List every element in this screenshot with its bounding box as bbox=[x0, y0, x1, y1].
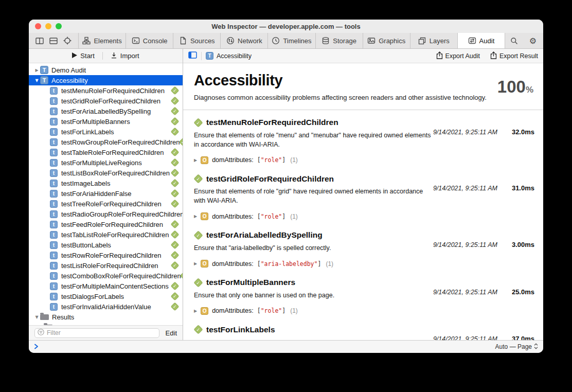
tree-item-testcomboboxroleforrequiredchildren[interactable]: ttestComboBoxRoleForRequiredChildren✓ bbox=[29, 271, 183, 281]
dom-attributes-row[interactable]: ▶OdomAttributes:["role"](1) bbox=[194, 211, 537, 222]
chevron-right-icon[interactable]: ▶ bbox=[194, 261, 197, 266]
dom-attributes-label: domAttributes: bbox=[212, 213, 254, 220]
layers-icon bbox=[418, 37, 426, 45]
dom-attributes-row[interactable]: ▶OdomAttributes:["role"](1) bbox=[194, 306, 537, 316]
tree-item-testforinvalidariahiddenvalue[interactable]: ttestForInvalidAriaHiddenValue✓ bbox=[29, 301, 183, 312]
pass-check-icon: ✓ bbox=[171, 282, 180, 291]
test-case-icon: t bbox=[50, 87, 58, 95]
zoom-button[interactable] bbox=[56, 23, 62, 29]
dom-attributes-label: domAttributes: bbox=[212, 260, 254, 268]
filter-input[interactable]: Filter bbox=[34, 328, 159, 338]
tree-item-testformultiplemaincontentsections[interactable]: ttestForMultipleMainContentSections✓ bbox=[29, 281, 183, 291]
tree-item-testfeedroleforrequiredchildren[interactable]: ttestFeedRoleForRequiredChildren✓ bbox=[29, 219, 183, 229]
dom-attributes-value: ["role"] bbox=[257, 156, 285, 164]
export-audit-button[interactable]: Export Audit bbox=[436, 51, 480, 61]
statusbar: Auto — Page bbox=[29, 340, 543, 353]
storage-icon bbox=[321, 37, 330, 45]
tree-item-label: testListBoxRoleForRequiredChildren bbox=[61, 169, 170, 177]
folder-icon bbox=[40, 314, 49, 320]
settings-button[interactable]: ⚙ bbox=[523, 33, 543, 48]
tree-item-testbuttonlabels[interactable]: ttestButtonLabels✓ bbox=[29, 240, 183, 250]
tab-audit[interactable]: Audit bbox=[458, 33, 505, 48]
pass-check-icon: ✓ bbox=[171, 107, 180, 116]
result-duration: 31.0ms bbox=[497, 184, 534, 192]
result-description: Ensure that elements of role "grid" have… bbox=[194, 187, 432, 206]
tab-storage[interactable]: Storage bbox=[316, 33, 363, 48]
tree-item-testgridroleforrequiredchildren[interactable]: ttestGridRoleForRequiredChildren✓ bbox=[29, 96, 183, 106]
pass-check-icon: ✓ bbox=[171, 128, 180, 136]
tab-graphics[interactable]: Graphics bbox=[363, 33, 410, 48]
audit-result-scroll[interactable]: Accessibility Diagnoses common accessibi… bbox=[183, 63, 543, 340]
score-unit: % bbox=[526, 85, 533, 95]
tree-item-testforarialabelledbyspelling[interactable]: ttestForAriaLabelledBySpelling✓ bbox=[29, 106, 183, 116]
hierarchy-icon bbox=[82, 37, 91, 45]
pass-check-icon: ✓ bbox=[193, 174, 203, 184]
inspector-tabbar: ElementsConsoleSourcesNetworkTimelinesSt… bbox=[29, 33, 543, 49]
tree-item-testrowgrouproleforrequiredchildren[interactable]: ttestRowGroupRoleForRequiredChildren✓ bbox=[29, 137, 183, 147]
object-badge-icon: O bbox=[201, 156, 208, 164]
chevron-right-icon[interactable]: ▶ bbox=[194, 309, 197, 313]
tree-item-label: testTableRoleForRequiredChildren bbox=[61, 149, 164, 156]
import-button[interactable]: Import bbox=[103, 49, 147, 63]
tree-item-testdialogsforlabels[interactable]: ttestDialogsForLabels✓ bbox=[29, 291, 183, 301]
tree-item-testimagelabels[interactable]: ttestImageLabels✓ bbox=[29, 178, 183, 188]
tree-item-demo-audit[interactable]: ▶TDemo Audit bbox=[29, 65, 183, 75]
edit-button[interactable]: Edit bbox=[166, 329, 177, 337]
tab-timelines[interactable]: Timelines bbox=[268, 33, 315, 48]
tab-console[interactable]: Console bbox=[126, 33, 173, 48]
result-title-row: ✓testForAriaLabelledBySpelling bbox=[194, 230, 537, 241]
dom-attributes-row[interactable]: ▶OdomAttributes:["role"](1) bbox=[194, 155, 537, 165]
tree-item-results[interactable]: ▼Results bbox=[29, 312, 183, 322]
tree-item-testrowroleforrequiredchildren[interactable]: ttestRowRoleForRequiredChildren✓ bbox=[29, 250, 183, 260]
play-icon bbox=[72, 52, 77, 60]
tree-item-testforariahiddenfalse[interactable]: ttestForAriaHiddenFalse✓ bbox=[29, 188, 183, 199]
filter-bar: Filter Edit bbox=[29, 325, 183, 340]
results-list: ✓testMenuRoleForRequiredChildren9/14/202… bbox=[183, 110, 543, 337]
result-title: testGridRoleForRequiredChildren bbox=[206, 174, 334, 184]
page-selector[interactable]: Auto — Page bbox=[495, 343, 538, 351]
tree-item-testmenuroleforrequiredchildren[interactable]: ttestMenuRoleForRequiredChildren✓ bbox=[29, 85, 183, 96]
tree-item-testforlinklabels[interactable]: ttestForLinkLabels✓ bbox=[29, 127, 183, 137]
test-suite-icon: T bbox=[40, 66, 48, 74]
sidebar-toggle-button[interactable] bbox=[188, 51, 197, 60]
tab-layers[interactable]: Layers bbox=[410, 33, 458, 48]
pass-check-icon: ✓ bbox=[171, 251, 180, 260]
start-button[interactable]: Start bbox=[64, 49, 102, 63]
console-prompt-icon[interactable] bbox=[34, 342, 39, 351]
tab-sources[interactable]: Sources bbox=[173, 33, 221, 48]
element-picker-icon[interactable] bbox=[63, 37, 72, 45]
traffic-lights bbox=[35, 23, 62, 29]
dom-attributes-row[interactable]: ▶OdomAttributes:["aria-labeledby"](1) bbox=[194, 259, 537, 269]
pass-check-icon: ✓ bbox=[171, 220, 180, 229]
close-button[interactable] bbox=[35, 23, 41, 29]
breadcrumb[interactable]: T Accessibility bbox=[206, 52, 252, 60]
gear-icon: ⚙ bbox=[529, 36, 537, 46]
tree-item-testlistboxroleforrequiredchildren[interactable]: ttestListBoxRoleForRequiredChildren✓ bbox=[29, 168, 183, 178]
minimize-button[interactable] bbox=[45, 23, 51, 29]
test-suite-icon: T bbox=[40, 76, 48, 84]
search-button[interactable] bbox=[505, 33, 523, 48]
tree-item-testformultiplebanners[interactable]: ttestForMultipleBanners✓ bbox=[29, 116, 183, 127]
split-horizontal-icon[interactable] bbox=[49, 37, 58, 45]
chevron-down-icon[interactable]: ▼ bbox=[33, 78, 40, 83]
audit-sidebar: Start Import ▶TDemo Audit▼TAccessibility… bbox=[29, 49, 183, 340]
export-result-button[interactable]: Export Result bbox=[490, 51, 538, 61]
tree-item-testformultipleliveregions[interactable]: ttestForMultipleLiveRegions✓ bbox=[29, 157, 183, 168]
tree-item-testtablistroleforrequiredchildren[interactable]: ttestTabListRoleForRequiredChildren✓ bbox=[29, 229, 183, 240]
test-case-icon: t bbox=[50, 303, 58, 311]
tree-item-testradiogrouproleforrequiredchildren[interactable]: ttestRadioGroupRoleForRequiredChildren✓ bbox=[29, 209, 183, 219]
chevron-down-icon[interactable]: ▼ bbox=[33, 315, 40, 319]
tree-item-testtreeroleforrequiredchildren[interactable]: ttestTreeRoleForRequiredChildren✓ bbox=[29, 199, 183, 209]
chevron-right-icon[interactable]: ▶ bbox=[194, 158, 197, 163]
tree-item-testtableroleforrequiredchildren[interactable]: ttestTableRoleForRequiredChildren✓ bbox=[29, 147, 183, 157]
tab-network[interactable]: Network bbox=[221, 33, 268, 48]
tree-item-label: testRadioGroupRoleForRequiredChildren bbox=[61, 210, 183, 218]
test-case-icon: t bbox=[50, 272, 58, 280]
tab-elements[interactable]: Elements bbox=[79, 33, 126, 48]
split-vertical-icon[interactable] bbox=[35, 37, 44, 45]
chevron-right-icon[interactable]: ▶ bbox=[194, 214, 197, 219]
chevron-right-icon[interactable]: ▶ bbox=[33, 68, 40, 73]
tree-item-accessibility[interactable]: ▼TAccessibility bbox=[29, 75, 183, 85]
tree-item-testlistroleforrequiredchildren[interactable]: ttestListRoleForRequiredChildren✓ bbox=[29, 260, 183, 271]
tab-label: Storage bbox=[333, 37, 356, 45]
